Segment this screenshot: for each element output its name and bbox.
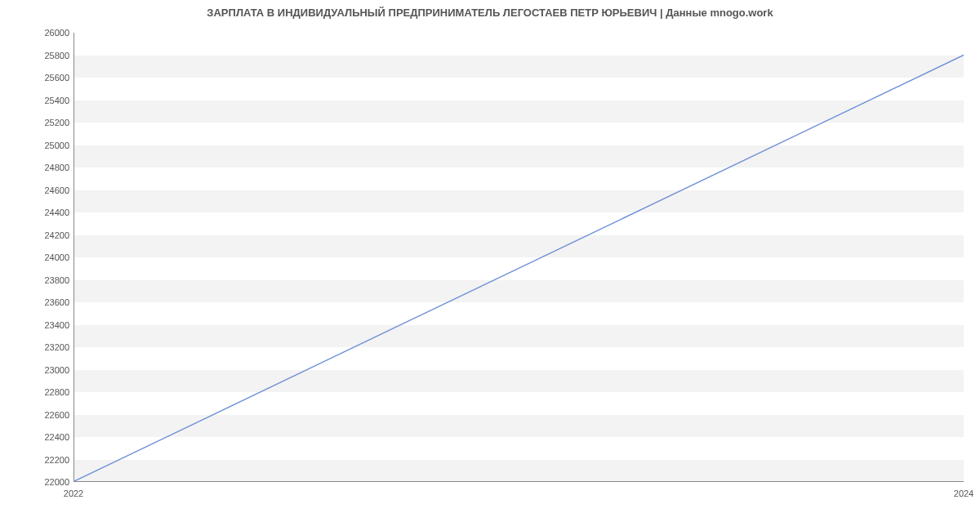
y-tick-label: 25400 xyxy=(4,96,69,105)
y-tick-label: 22800 xyxy=(4,387,69,397)
y-tick-label: 26000 xyxy=(4,28,69,38)
y-tick-label: 24000 xyxy=(4,252,69,262)
y-tick-label: 23800 xyxy=(4,275,69,285)
data-line xyxy=(74,33,964,481)
y-tick-label: 24600 xyxy=(4,185,69,195)
y-tick-label: 23400 xyxy=(4,320,69,330)
plot-area xyxy=(74,33,964,482)
y-tick-label: 24400 xyxy=(4,207,69,217)
y-tick-label: 24800 xyxy=(4,163,69,172)
y-tick-label: 23000 xyxy=(4,365,69,375)
y-tick-label: 22000 xyxy=(4,477,69,487)
x-tick-label: 2024 xyxy=(954,489,973,498)
y-tick-label: 23600 xyxy=(4,297,69,307)
y-tick-label: 25200 xyxy=(4,118,69,127)
y-tick-label: 25800 xyxy=(4,51,69,60)
y-tick-label: 22200 xyxy=(4,455,69,465)
y-tick-label: 23200 xyxy=(4,342,69,352)
salary-line-chart: ЗАРПЛАТА В ИНДИВИДУАЛЬНЫЙ ПРЕДПРИНИМАТЕЛ… xyxy=(0,0,980,531)
x-tick-label: 2022 xyxy=(64,489,83,498)
y-tick-label: 22600 xyxy=(4,410,69,420)
y-tick-label: 25600 xyxy=(4,73,69,83)
y-tick-label: 24200 xyxy=(4,230,69,240)
y-tick-label: 25000 xyxy=(4,141,69,150)
y-tick-label: 22400 xyxy=(4,432,69,442)
chart-title: ЗАРПЛАТА В ИНДИВИДУАЛЬНЫЙ ПРЕДПРИНИМАТЕЛ… xyxy=(0,7,980,19)
